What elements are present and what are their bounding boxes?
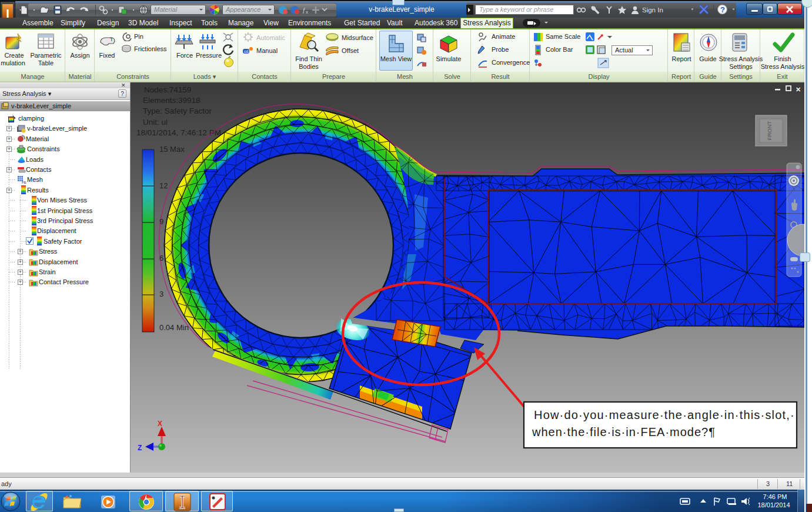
svg-text:How·do·you·measure·the·angle·i: How·do·you·measure·the·angle·in·this·slo… bbox=[534, 408, 795, 421]
svg-text:X: X bbox=[158, 420, 162, 428]
svg-text:T: T bbox=[110, 36, 113, 42]
svg-text:9: 9 bbox=[159, 217, 163, 226]
svg-text:Nodes:74159: Nodes:74159 bbox=[144, 85, 191, 94]
svg-text:Unit: ul: Unit: ul bbox=[143, 118, 168, 127]
svg-text:12: 12 bbox=[159, 181, 168, 190]
svg-text:x: x bbox=[306, 9, 308, 15]
svg-text:15 Max: 15 Max bbox=[159, 145, 185, 154]
svg-text:Sign In: Sign In bbox=[642, 6, 663, 14]
svg-text:✕: ✕ bbox=[796, 86, 801, 93]
svg-text:FRONT: FRONT bbox=[766, 121, 773, 140]
svg-text:?: ? bbox=[720, 5, 725, 14]
svg-text:Elements:39918: Elements:39918 bbox=[143, 96, 201, 105]
svg-text:3: 3 bbox=[159, 290, 163, 298]
svg-text:6: 6 bbox=[159, 254, 163, 262]
svg-text:cd: cd bbox=[244, 49, 249, 54]
svg-text:FEA: FEA bbox=[22, 181, 26, 184]
svg-text:Z: Z bbox=[138, 444, 142, 452]
svg-text:0.04 Min: 0.04 Min bbox=[159, 323, 189, 332]
svg-text:Type: Safety Factor: Type: Safety Factor bbox=[143, 107, 212, 115]
svg-text:when·the·file·is·in·FEA·mode?¶: when·the·file·is·in·FEA·mode?¶ bbox=[532, 425, 716, 438]
